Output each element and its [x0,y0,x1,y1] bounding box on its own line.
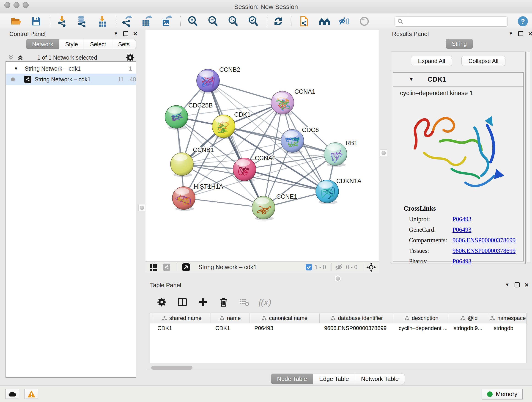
network-collection-row[interactable]: ▼ String Network – cdk1 1 [6,64,136,74]
network-node-CCNA2[interactable] [233,158,256,182]
search-input[interactable] [404,18,504,25]
tab-string[interactable]: String [446,39,473,49]
share-view-button[interactable] [160,261,173,274]
tab-network[interactable]: Network [26,39,59,49]
help-button[interactable]: ? [516,15,530,28]
left-splitter-handle[interactable] [138,204,145,211]
window-title: Session: New Session [0,3,532,11]
zoom-in-button[interactable] [186,15,200,28]
column-header-namespace[interactable]: namespace [489,313,526,323]
column-header-canonical-name[interactable]: canonical name [250,313,320,323]
crosslink-genecard-link[interactable]: P06493 [452,226,472,233]
tab-node-table[interactable]: Node Table [271,374,313,384]
network-graph[interactable]: CCNB2CCNA1CDC25BCDK1CDC6RB1CCNB1CCNA2CDK… [146,30,379,261]
birdseye-view-button[interactable] [180,261,192,274]
panel-float-button[interactable]: ▼ [114,31,118,36]
add-column-button[interactable] [196,296,209,308]
tab-network-table[interactable]: Network Table [355,374,405,384]
network-row-selected[interactable]: String Network – cdk1 11 48 [6,74,136,85]
show-columns-button[interactable] [176,296,189,308]
inspect-button[interactable] [357,15,371,28]
crosslink-pharos-link[interactable]: P06493 [452,258,472,265]
eye-slash-icon [338,16,350,26]
crosslink-label: Uniprot: [409,216,452,223]
panel-float-button[interactable]: ▼ [505,282,510,287]
network-edge-count: 48 [130,76,136,83]
tree-caret-icon[interactable]: ▼ [14,66,18,71]
network-node-HIST1H1A[interactable] [172,186,195,211]
share-document-button[interactable] [298,15,311,28]
panel-close-button[interactable]: × [528,31,532,36]
table-toolbar: f(x) [148,292,532,313]
export-table-icon [141,16,152,27]
column-header-shared-name[interactable]: shared name [153,313,211,323]
fit-content-button[interactable] [366,262,376,272]
export-table-button[interactable] [140,15,153,28]
import-network-database-button[interactable] [75,15,89,28]
gear-icon[interactable] [126,53,135,62]
crosslink-uniprot-link[interactable]: P06493 [452,216,472,223]
export-network-button[interactable] [120,15,134,28]
network-node-CDC6[interactable] [281,129,304,154]
panel-maximize-button[interactable] [123,31,128,36]
tab-style[interactable]: Style [59,39,84,49]
panel-maximize-button[interactable] [518,31,523,36]
tab-sets[interactable]: Sets [112,39,136,49]
panel-float-button[interactable]: ▼ [509,31,513,36]
hidden-eye-icon[interactable] [335,264,344,271]
column-type-icon [490,316,495,320]
network-node-CCNB1[interactable] [171,153,193,177]
network-canvas[interactable]: CCNB2CCNA1CDC25BCDK1CDC6RB1CCNB1CCNA2CDK… [146,30,379,261]
table-horizontal-scrollbar[interactable] [151,366,192,370]
crosslink-tissues-link[interactable]: 9606.ENSP00000378699 [452,247,515,254]
hide-unhide-button[interactable] [337,15,351,28]
network-node-CDC25B[interactable] [165,105,188,130]
import-table-file-button[interactable] [95,15,109,28]
grid-view-button[interactable] [147,261,160,274]
table-settings-button[interactable] [155,296,168,308]
network-node-RB1[interactable] [324,143,347,167]
zoom-selected-button[interactable] [247,15,260,28]
zoom-fit-button[interactable] [226,15,240,28]
export-image-button[interactable] [159,15,173,28]
network-node-CDKN1A[interactable] [316,180,339,204]
memory-button[interactable]: Memory [481,389,523,400]
tab-edge-table[interactable]: Edge Table [313,374,355,384]
table-row[interactable]: CDK1 CDK1 P06493 9606.ENSP00000378699 cy… [150,323,526,333]
toolbar-separator [291,16,291,26]
results-scrollbar[interactable] [527,51,530,262]
protein-collapse-caret[interactable]: ▼ [409,76,414,82]
panel-maximize-button[interactable] [515,282,520,287]
home-button[interactable] [317,15,331,28]
column-type-icon [460,316,465,320]
view-network-title: String Network – cdk1 [198,264,257,271]
panel-close-button[interactable]: × [133,31,138,36]
right-splitter-handle[interactable] [380,149,387,156]
collapse-all-icon[interactable] [7,54,15,61]
panel-close-button[interactable]: × [525,282,529,287]
selected-checkbox[interactable] [305,264,312,271]
network-edge[interactable] [208,81,283,103]
column-header-name[interactable]: name [211,313,250,323]
import-network-file-button[interactable] [55,15,69,28]
column-header-description[interactable]: description [394,313,449,323]
warning-status-button[interactable] [25,389,38,399]
network-edge[interactable] [184,198,264,208]
column-header-id[interactable]: @id [449,313,489,323]
zoom-out-button[interactable] [206,15,220,28]
import-network-icon [56,16,67,27]
refresh-button[interactable] [272,15,285,28]
expand-all-button[interactable]: Expand All [411,56,452,66]
save-session-button[interactable] [29,15,43,28]
main-toolbar: ? [0,13,532,29]
network-node-CCNA1[interactable] [271,91,294,115]
cloud-status-button[interactable] [6,389,19,399]
open-file-button[interactable] [9,15,23,28]
search-field[interactable] [394,17,508,27]
delete-column-button[interactable] [217,296,230,308]
column-header-database-identifier[interactable]: database identifier [320,313,394,323]
tab-select[interactable]: Select [84,39,112,49]
crosslink-compartments-link[interactable]: 9606.ENSP00000378699 [452,237,515,244]
network-node-CCNE1[interactable] [252,196,275,220]
collapse-all-button[interactable]: Collapse All [462,56,506,66]
